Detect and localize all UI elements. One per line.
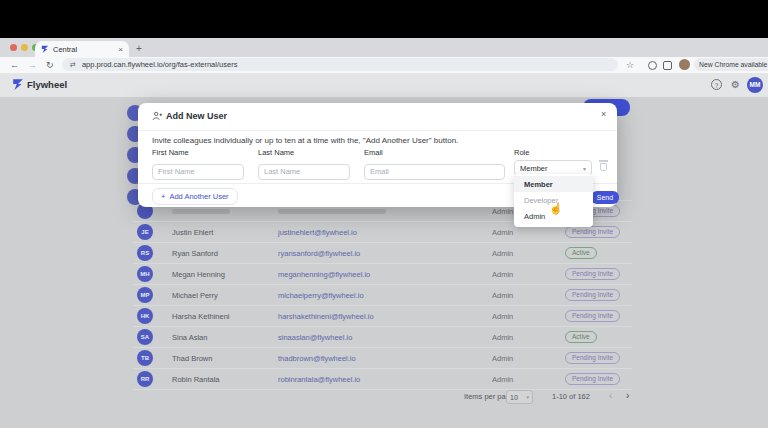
user-role: Admin — [492, 312, 513, 321]
table-row[interactable]: MP Michael Perry michaelperry@flywheel.i… — [133, 284, 632, 305]
status-badge: Pending Invite — [565, 226, 620, 238]
avatar: MP — [137, 287, 153, 303]
user-name: Sina Aslan — [172, 333, 207, 342]
table-row[interactable]: SA Sina Aslan sinaaslan@flywheel.io Admi… — [133, 326, 632, 347]
avatar: RS — [137, 245, 153, 261]
app-header — [0, 73, 768, 97]
last-name-field[interactable] — [258, 164, 350, 180]
table-divider — [133, 389, 632, 390]
user-role: Admin — [492, 333, 513, 342]
update-chrome-label: New Chrome available — [699, 61, 767, 68]
help-icon[interactable]: ? — [711, 79, 722, 90]
add-person-icon — [152, 111, 162, 121]
user-role: Admin — [492, 354, 513, 363]
user-name: Thad Brown — [172, 354, 212, 363]
user-role: Admin — [492, 375, 513, 384]
table-row[interactable]: HK Harsha Kethineni harshakethineni@flyw… — [133, 305, 632, 326]
window-close-button[interactable] — [10, 44, 17, 51]
brand-name: Flywheel — [27, 79, 67, 90]
avatar: TB — [137, 350, 153, 366]
tab-title: Central — [53, 45, 114, 54]
add-another-user-button[interactable]: + Add Another User — [152, 188, 238, 205]
update-chrome-chip[interactable]: New Chrome available ⋮ — [694, 58, 768, 71]
table-row[interactable]: RS Ryan Sanford ryansanford@flywheel.io … — [133, 242, 632, 263]
user-name: Megan Henning — [172, 270, 225, 279]
tab-close-icon[interactable]: × — [118, 45, 123, 54]
back-icon[interactable]: ← — [10, 59, 19, 71]
user-email-link[interactable]: sinaaslan@flywheel.io — [278, 333, 352, 342]
avatar: SA — [137, 329, 153, 345]
flywheel-logo — [12, 78, 24, 90]
user-name: Justin Ehlert — [172, 228, 213, 237]
status-badge: Pending Invite — [565, 373, 620, 385]
user-role: Admin — [492, 207, 513, 216]
trash-icon[interactable] — [598, 159, 609, 172]
status-badge: Pending Invite — [565, 268, 620, 280]
add-another-user-label: Add Another User — [169, 192, 228, 201]
bookmark-star-icon[interactable]: ☆ — [626, 59, 634, 71]
browser-tab[interactable]: Central × — [35, 41, 129, 57]
status-badge: Pending Invite — [565, 289, 620, 301]
hand-cursor-icon: ☝ — [549, 202, 563, 215]
new-tab-icon[interactable]: + — [136, 43, 142, 55]
user-avatar[interactable]: MM — [747, 77, 763, 93]
user-role: Admin — [492, 270, 513, 279]
screen: Central × + ← → ↻ ⇄ app.prod.can.flywhee… — [0, 0, 768, 428]
reload-icon[interactable]: ↻ — [46, 59, 54, 71]
window-minimize-button[interactable] — [21, 44, 28, 51]
first-name-group: First Name — [152, 148, 244, 180]
next-page-icon[interactable]: › — [626, 390, 629, 401]
last-name-label: Last Name — [258, 148, 350, 157]
user-email-link[interactable]: thadbrown@flywheel.io — [278, 354, 356, 363]
modal-title: Add New User — [166, 111, 227, 121]
user-role: Admin — [492, 249, 513, 258]
user-email-link[interactable]: harshakethineni@flywheel.io — [278, 312, 374, 321]
user-email-link[interactable]: ryansanford@flywheel.io — [278, 249, 360, 258]
email-group: Email — [364, 148, 505, 180]
user-role: Admin — [492, 228, 513, 237]
table-row[interactable]: RR Robin Rantala robinrantala@flywheel.i… — [133, 368, 632, 389]
status-badge: Pending Invite — [565, 310, 620, 322]
side-panel-icon[interactable] — [663, 61, 672, 70]
plus-icon: + — [161, 192, 165, 201]
status-badge: Active — [565, 247, 597, 259]
previous-page-icon[interactable]: ‹ — [609, 390, 612, 401]
items-per-page-value: 10 — [510, 394, 518, 401]
browser-profile-avatar[interactable] — [679, 59, 690, 70]
user-name: Harsha Kethineni — [172, 312, 230, 321]
table-row[interactable]: MH Megan Henning meganhenning@flywheel.i… — [133, 263, 632, 284]
user-name: Ryan Sanford — [172, 249, 218, 258]
avatar: JE — [137, 224, 153, 240]
url-text: app.prod.can.flywheel.io/org/fas-externa… — [82, 60, 238, 69]
status-badge: Pending Invite — [565, 352, 620, 364]
email-field[interactable] — [364, 164, 505, 180]
user-email-link[interactable]: meganhenning@flywheel.io — [278, 270, 370, 279]
avatar: HK — [137, 308, 153, 324]
chevron-down-icon: ▾ — [526, 394, 529, 400]
role-group: Role Member ▾ — [514, 148, 592, 176]
last-name-group: Last Name — [258, 148, 350, 180]
close-icon[interactable]: × — [601, 109, 606, 119]
lens-icon[interactable] — [648, 61, 657, 70]
role-select-value: Member — [520, 164, 548, 173]
user-email-link[interactable]: michaelperry@flywheel.io — [278, 291, 364, 300]
send-button[interactable]: Send — [591, 191, 619, 204]
first-name-field[interactable] — [152, 164, 244, 180]
site-settings-icon[interactable]: ⇄ — [70, 61, 76, 69]
role-label: Role — [514, 148, 592, 157]
pagination-range: 1-10 of 162 — [552, 392, 590, 401]
items-per-page-select[interactable]: 10 ▾ — [506, 390, 533, 404]
table-row[interactable]: TB Thad Brown thadbrown@flywheel.io Admi… — [133, 347, 632, 368]
user-role: Admin — [492, 291, 513, 300]
divider — [138, 130, 617, 131]
status-badge: Active — [565, 331, 597, 343]
user-email-link[interactable]: justinehlert@flywheel.io — [278, 228, 357, 237]
role-dropdown-menu: MemberDeveloperAdmin — [514, 174, 593, 227]
gear-icon[interactable]: ⚙ — [731, 78, 740, 91]
forward-icon[interactable]: → — [28, 59, 37, 71]
role-option-member[interactable]: Member — [514, 176, 593, 192]
user-email-link[interactable]: robinrantala@flywheel.io — [278, 375, 360, 384]
avatar: MH — [137, 266, 153, 282]
modal-description: Invite colleagues individually or up to … — [152, 136, 458, 145]
address-bar[interactable]: ⇄ app.prod.can.flywheel.io/org/fas-exter… — [62, 58, 618, 71]
